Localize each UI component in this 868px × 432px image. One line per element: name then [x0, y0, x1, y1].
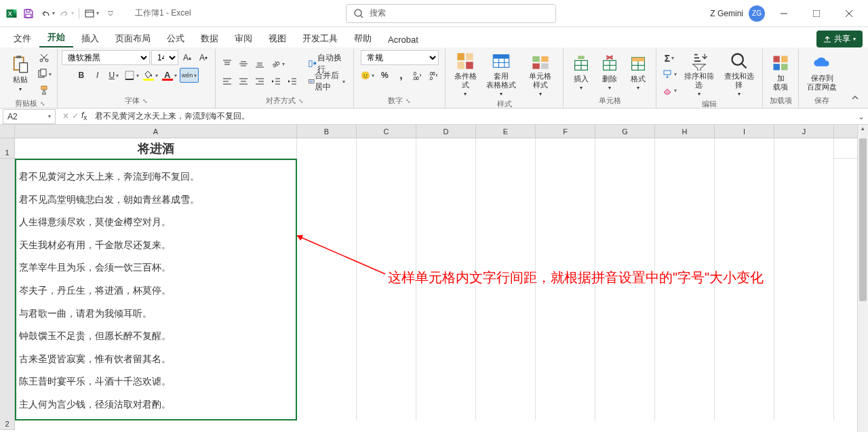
align-bottom-button[interactable] [252, 56, 267, 71]
decrease-font-button[interactable]: A▾ [196, 50, 211, 65]
cell[interactable] [416, 138, 476, 159]
cell[interactable] [774, 159, 834, 420]
align-center-button[interactable] [236, 74, 251, 89]
cell[interactable] [595, 138, 655, 159]
cell[interactable] [357, 159, 416, 420]
cell-a2[interactable]: 君不见黄河之水天上来，奔流到海不复回。君不见高堂明镜悲白发，朝如青丝暮成雪。人生… [15, 159, 297, 420]
close-button[interactable] [835, 4, 863, 23]
search-box[interactable]: 搜索 [346, 4, 556, 23]
cancel-formula-button[interactable]: ✕ [62, 111, 69, 121]
cell[interactable] [715, 138, 774, 159]
col-header-A[interactable]: A [15, 125, 297, 138]
italic-button[interactable]: I [90, 68, 105, 83]
merge-center-button[interactable]: 合并后居中 [304, 74, 349, 89]
cell[interactable] [357, 138, 416, 159]
alignment-launcher[interactable]: ⤡ [298, 98, 304, 104]
align-top-button[interactable] [220, 56, 235, 71]
conditional-format-button[interactable]: 条件格式▾ [450, 50, 481, 98]
col-header-E[interactable]: E [476, 125, 536, 138]
collapse-ribbon-button[interactable] [848, 90, 863, 105]
name-box[interactable]: A2▾ [3, 109, 56, 124]
decrease-indent-button[interactable] [269, 74, 283, 89]
tab-数据[interactable]: 数据 [193, 30, 226, 47]
customize-qat-button[interactable] [102, 5, 119, 22]
tab-审阅[interactable]: 审阅 [226, 30, 260, 47]
wrap-text-button[interactable]: 自动换行 [304, 56, 349, 71]
cell[interactable] [715, 159, 774, 420]
tab-Acrobat[interactable]: Acrobat [380, 32, 427, 47]
insert-cells-button[interactable]: 插入▾ [568, 53, 595, 92]
format-as-table-button[interactable]: 套用 表格格式▾ [482, 50, 520, 98]
increase-indent-button[interactable] [285, 74, 300, 89]
col-header-H[interactable]: H [655, 125, 715, 138]
redo-button[interactable] [58, 5, 75, 22]
tab-插入[interactable]: 插入 [73, 30, 107, 47]
cell[interactable] [416, 159, 476, 420]
cell[interactable] [536, 138, 595, 159]
increase-font-button[interactable]: A▴ [180, 50, 195, 65]
cut-button[interactable] [35, 50, 53, 65]
save-button[interactable] [20, 5, 37, 22]
font-color-button[interactable]: A [161, 68, 178, 83]
align-right-button[interactable] [252, 74, 267, 89]
maximize-button[interactable] [803, 4, 830, 23]
align-left-button[interactable] [220, 74, 235, 89]
col-header-J[interactable]: J [774, 125, 834, 138]
row-header-2[interactable]: 2 [0, 159, 15, 430]
underline-button[interactable]: U [106, 68, 121, 83]
expand-formula-bar-button[interactable]: ⌄ [854, 112, 868, 121]
cell[interactable] [655, 159, 715, 420]
font-family-combo[interactable]: 微软雅黑 [62, 50, 150, 65]
select-all-corner[interactable] [0, 125, 15, 138]
tab-文件[interactable]: 文件 [5, 30, 39, 47]
cells-area[interactable]: 将进酒 君不见黄河之水天上来，奔流到海不复回。君不见高堂明镜悲白发，朝如青丝暮成… [15, 138, 857, 432]
comma-button[interactable]: , [393, 68, 408, 83]
share-button[interactable]: 共享 ▾ [816, 31, 863, 47]
align-middle-button[interactable] [236, 56, 251, 71]
paste-button[interactable]: 粘贴▾ [7, 54, 34, 94]
orientation-button[interactable]: ab [269, 56, 286, 71]
number-format-combo[interactable]: 常规 [361, 50, 439, 65]
col-header-F[interactable]: F [536, 125, 595, 138]
tab-视图[interactable]: 视图 [260, 30, 294, 47]
col-header-G[interactable]: G [595, 125, 655, 138]
tab-帮助[interactable]: 帮助 [346, 30, 380, 47]
col-header-C[interactable]: C [357, 125, 416, 138]
cell[interactable] [595, 159, 655, 420]
accounting-format-button[interactable]: 😐 [358, 68, 376, 83]
tab-开始[interactable]: 开始 [39, 28, 73, 47]
cell[interactable] [476, 159, 536, 420]
font-size-combo[interactable]: 14 [151, 50, 178, 65]
enter-formula-button[interactable]: ✓ [72, 111, 79, 121]
copy-button[interactable] [35, 66, 53, 81]
fill-color-button[interactable] [142, 68, 159, 83]
minimize-button[interactable] [770, 4, 797, 23]
cell[interactable] [655, 138, 715, 159]
scroll-up-button[interactable]: ▴ [858, 125, 868, 136]
decrease-decimal-button[interactable]: .00.0 [426, 68, 441, 83]
cell[interactable] [536, 159, 595, 420]
cell-styles-button[interactable]: 单元格样式▾ [521, 50, 559, 98]
format-cells-button[interactable]: 格式▾ [625, 53, 652, 92]
formula-input[interactable]: 君不见黄河之水天上来，奔流到海不复回。 [91, 109, 854, 124]
addins-button[interactable]: 加 载项 [767, 52, 794, 93]
border-button[interactable] [123, 68, 140, 83]
cell[interactable] [476, 138, 536, 159]
insert-function-button[interactable]: fx [81, 111, 87, 121]
touch-mode-button[interactable] [83, 5, 100, 22]
cell-a1[interactable]: 将进酒 [15, 138, 297, 159]
clipboard-launcher[interactable]: ⤡ [40, 100, 45, 107]
cell[interactable] [297, 159, 357, 420]
find-select-button[interactable]: 查找和选择▾ [719, 50, 758, 98]
user-name[interactable]: Z Gemini [710, 9, 743, 18]
autosum-button[interactable]: Σ [660, 51, 678, 66]
scroll-thumb[interactable] [859, 138, 867, 301]
cell[interactable] [774, 138, 834, 159]
cell[interactable] [297, 138, 357, 159]
sort-filter-button[interactable]: 排序和筛选▾ [679, 50, 718, 98]
clear-button[interactable] [660, 83, 678, 98]
bold-button[interactable]: B [74, 68, 89, 83]
number-launcher[interactable]: ⤡ [406, 98, 411, 104]
tab-开发工具[interactable]: 开发工具 [294, 30, 346, 47]
percent-button[interactable]: % [377, 68, 392, 83]
